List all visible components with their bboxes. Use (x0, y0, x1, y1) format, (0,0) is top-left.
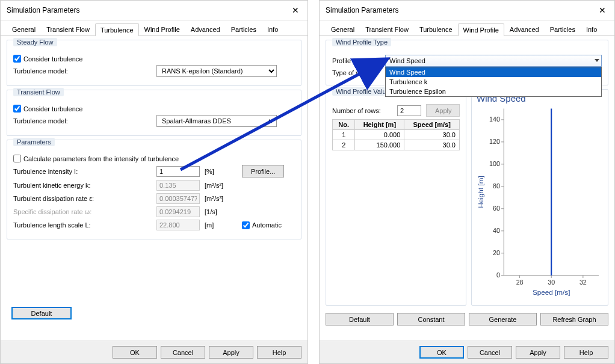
titlebar: Simulation Parameters ✕ (320, 1, 614, 20)
param-label: Turbulence intensity I: (13, 168, 152, 175)
tab-transient-flow[interactable]: Transient Flow (360, 23, 414, 35)
group-profile-values: Wind Profile Values Number of rows: Appl… (326, 89, 466, 306)
wind-speed-chart: 020406080100120140283032Speed [m/s]Heigh… (474, 105, 605, 297)
apply-button[interactable]: Apply (516, 346, 560, 359)
group-title: Steady Flow (13, 38, 57, 46)
ok-button[interactable]: OK (113, 346, 157, 359)
num-rows-input[interactable] (397, 105, 421, 116)
profile-button[interactable]: Profile... (242, 165, 284, 177)
dialog-left: Simulation Parameters ✕ GeneralTransient… (0, 0, 308, 364)
tab-general[interactable]: General (326, 23, 360, 35)
param-unit: [m] (205, 221, 237, 229)
svg-text:40: 40 (493, 227, 500, 234)
svg-text:20: 20 (493, 249, 500, 256)
group-title: Parameters (13, 138, 55, 146)
profile-type-label: Profile type: (332, 57, 380, 64)
profile-button-row: DefaultConstantGenerateRefresh Graph (326, 313, 608, 325)
group-transient-flow: Transient Flow Consider turbulence Turbu… (7, 90, 301, 136)
svg-text:30: 30 (548, 279, 555, 286)
param-unit: [m²/s²] (205, 182, 237, 189)
tab-wind-profile[interactable]: Wind Profile (458, 23, 504, 36)
calc-from-intensity-checkbox[interactable]: Calculate parameters from the intensity … (13, 155, 179, 162)
tab-info[interactable]: Info (581, 23, 602, 35)
group-profile-type: Wind Profile Type Profile type: Wind Spe… (326, 40, 608, 85)
dialog-title: Simulation Parameters (7, 6, 79, 14)
ok-button[interactable]: OK (419, 346, 464, 359)
param-input (156, 193, 200, 204)
transient-model-select[interactable]: Spalart-Allmaras DDES (156, 115, 277, 127)
apply-button[interactable]: Apply (209, 346, 253, 359)
group-steady-flow: Steady Flow Consider turbulence Turbulen… (7, 40, 301, 86)
cancel-button[interactable]: Cancel (161, 346, 205, 359)
profile-table: No.Height [m]Speed [m/s] 10.00030.02150.… (332, 119, 460, 150)
consider-turbulence-checkbox[interactable]: Consider turbulence (13, 105, 82, 113)
svg-text:140: 140 (489, 116, 500, 123)
group-title: Transient Flow (13, 88, 64, 96)
param-input[interactable] (156, 166, 200, 177)
body-right: Wind Profile Type Profile type: Wind Spe… (320, 36, 614, 352)
param-input (156, 206, 200, 217)
dropdown-option[interactable]: Turbulence k (386, 77, 601, 87)
values-type-label: Type of values: (332, 69, 380, 76)
steady-model-select[interactable]: RANS K-epsilon (Standard) (156, 65, 277, 77)
tab-particles[interactable]: Particles (226, 23, 262, 35)
dropdown-option[interactable]: Wind Speed (386, 67, 601, 77)
num-rows-label: Number of rows: (332, 107, 392, 114)
svg-text:80: 80 (493, 182, 500, 190)
svg-text:Height [m]: Height [m] (477, 176, 484, 208)
svg-text:28: 28 (516, 279, 524, 286)
tab-turbulence[interactable]: Turbulence (414, 23, 458, 35)
default-button[interactable]: Default (326, 313, 394, 325)
footer: OK Cancel Apply Help (1, 341, 308, 363)
tabstrip-right: GeneralTransient FlowTurbulenceWind Prof… (320, 20, 614, 36)
close-icon[interactable]: ✕ (596, 4, 608, 16)
param-input (156, 220, 200, 230)
cancel-button[interactable]: Cancel (468, 346, 512, 359)
param-label: Specific dissipation rate ω: (13, 208, 152, 215)
dialog-right: Simulation Parameters ✕ GeneralTransient… (319, 0, 615, 364)
svg-text:120: 120 (489, 138, 500, 145)
dialog-title: Simulation Parameters (326, 6, 398, 14)
generate-button[interactable]: Generate (469, 313, 537, 325)
svg-text:60: 60 (493, 205, 500, 212)
table-row[interactable]: 2150.00030.0 (333, 140, 460, 150)
tab-general[interactable]: General (7, 23, 41, 35)
param-label: Turbulent kinetic energy k: (13, 182, 152, 189)
group-title: Wind Profile Type (332, 38, 391, 46)
close-icon[interactable]: ✕ (289, 4, 301, 16)
tab-advanced[interactable]: Advanced (504, 23, 545, 35)
tab-advanced[interactable]: Advanced (185, 23, 226, 35)
table-row[interactable]: 10.00030.0 (333, 130, 460, 140)
group-parameters: Parameters Calculate parameters from the… (7, 140, 301, 239)
tab-wind-profile[interactable]: Wind Profile (139, 23, 185, 35)
model-label: Turbulence model: (13, 117, 152, 125)
constant-button[interactable]: Constant (397, 313, 465, 325)
help-button[interactable]: Help (564, 346, 608, 359)
param-unit: [1/s] (205, 208, 237, 215)
apply-rows-button[interactable]: Apply (426, 104, 460, 117)
tab-transient-flow[interactable]: Transient Flow (41, 23, 95, 35)
tabstrip-left: GeneralTransient FlowTurbulenceWind Prof… (1, 20, 308, 36)
svg-text:32: 32 (579, 279, 587, 286)
model-label: Turbulence model: (13, 67, 152, 75)
profile-type-dropdown[interactable]: Wind Speed Wind SpeedTurbulence kTurbule… (385, 55, 602, 67)
dropdown-option[interactable]: Turbulence Epsilon (386, 87, 601, 96)
chevron-down-icon (595, 59, 599, 62)
consider-turbulence-checkbox[interactable]: Consider turbulence (13, 55, 82, 63)
chart-panel: Wind Speed 020406080100120140283032Speed… (471, 89, 608, 306)
param-unit: [m²/s³] (205, 195, 237, 202)
col-header: No. (333, 120, 355, 130)
col-header: Height [m] (355, 120, 404, 130)
refresh-graph-button[interactable]: Refresh Graph (540, 313, 608, 325)
titlebar: Simulation Parameters ✕ (1, 1, 308, 20)
svg-text:0: 0 (496, 271, 500, 279)
param-input (156, 180, 200, 191)
tab-info[interactable]: Info (262, 23, 283, 35)
footer: OK Cancel Apply Help (320, 341, 614, 363)
col-header: Speed [m/s] (404, 120, 460, 130)
default-button[interactable]: Default (11, 307, 72, 319)
help-button[interactable]: Help (257, 346, 301, 359)
tab-particles[interactable]: Particles (545, 23, 581, 35)
automatic-checkbox[interactable]: Automatic (242, 221, 282, 229)
tab-turbulence[interactable]: Turbulence (95, 23, 139, 36)
